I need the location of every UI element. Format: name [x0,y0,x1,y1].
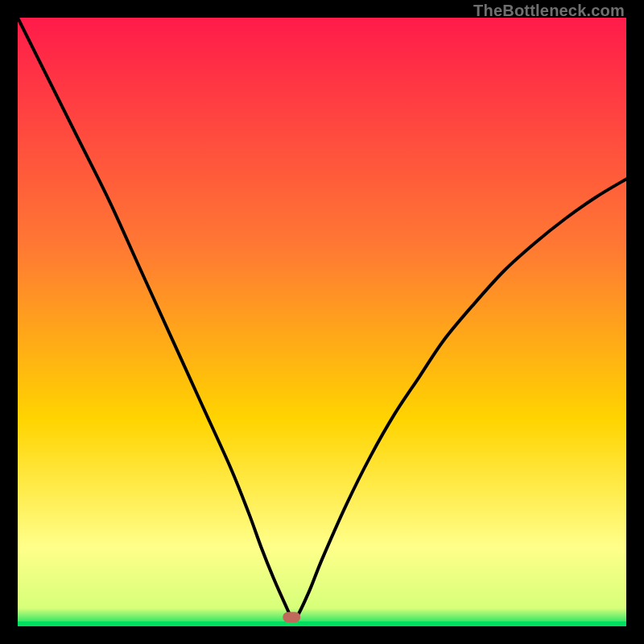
optimum-marker [283,612,300,622]
watermark-text: TheBottleneck.com [473,2,625,20]
chart-frame [18,18,626,626]
gradient-background [18,18,626,626]
chart-svg [18,18,626,626]
